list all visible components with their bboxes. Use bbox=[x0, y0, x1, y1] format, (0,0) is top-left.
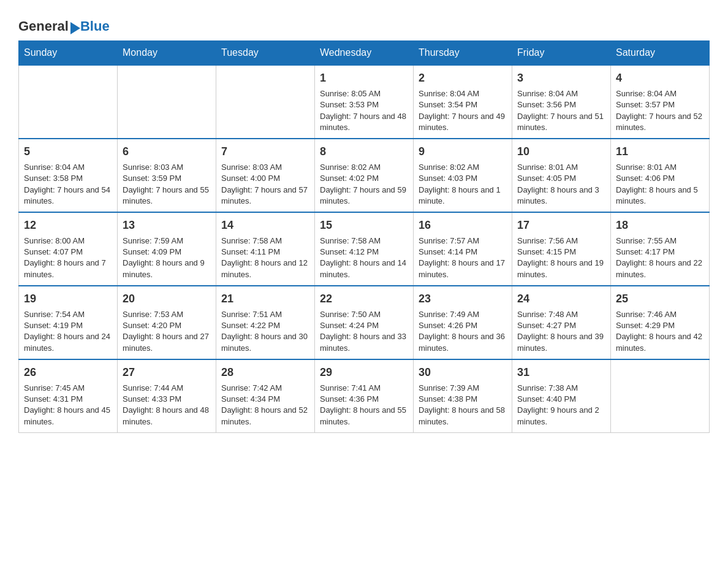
calendar-day-cell: 30Sunrise: 7:39 AM Sunset: 4:38 PM Dayli… bbox=[414, 359, 512, 432]
day-info: Sunrise: 7:50 AM Sunset: 4:24 PM Dayligh… bbox=[320, 309, 408, 354]
day-info: Sunrise: 7:44 AM Sunset: 4:33 PM Dayligh… bbox=[123, 383, 211, 427]
weekday-header-wednesday: Wednesday bbox=[315, 41, 414, 66]
calendar-week-row: 12Sunrise: 8:00 AM Sunset: 4:07 PM Dayli… bbox=[19, 212, 710, 286]
day-info: Sunrise: 7:51 AM Sunset: 4:22 PM Dayligh… bbox=[221, 309, 309, 354]
calendar-day-cell: 28Sunrise: 7:42 AM Sunset: 4:34 PM Dayli… bbox=[216, 359, 315, 432]
weekday-header-row: SundayMondayTuesdayWednesdayThursdayFrid… bbox=[19, 41, 710, 66]
calendar-week-row: 1Sunrise: 8:05 AM Sunset: 3:53 PM Daylig… bbox=[19, 65, 710, 139]
calendar-day-cell bbox=[611, 359, 710, 432]
day-number: 10 bbox=[517, 144, 605, 159]
day-number: 12 bbox=[24, 218, 112, 233]
day-info: Sunrise: 8:04 AM Sunset: 3:57 PM Dayligh… bbox=[616, 88, 704, 133]
day-number: 15 bbox=[320, 218, 408, 233]
day-number: 26 bbox=[24, 365, 112, 380]
calendar-day-cell: 8Sunrise: 8:02 AM Sunset: 4:02 PM Daylig… bbox=[315, 139, 414, 212]
day-number: 7 bbox=[221, 144, 309, 159]
day-number: 2 bbox=[419, 71, 507, 86]
calendar-day-cell: 12Sunrise: 8:00 AM Sunset: 4:07 PM Dayli… bbox=[19, 212, 118, 286]
day-number: 6 bbox=[123, 144, 211, 159]
day-info: Sunrise: 7:54 AM Sunset: 4:19 PM Dayligh… bbox=[24, 309, 112, 354]
calendar-day-cell: 16Sunrise: 7:57 AM Sunset: 4:14 PM Dayli… bbox=[414, 212, 512, 286]
day-number: 4 bbox=[616, 71, 704, 86]
day-number: 30 bbox=[419, 365, 507, 380]
day-info: Sunrise: 8:01 AM Sunset: 4:05 PM Dayligh… bbox=[517, 162, 605, 207]
day-info: Sunrise: 8:03 AM Sunset: 3:59 PM Dayligh… bbox=[123, 162, 211, 207]
calendar-day-cell bbox=[118, 65, 216, 139]
calendar-week-row: 5Sunrise: 8:04 AM Sunset: 3:58 PM Daylig… bbox=[19, 139, 710, 212]
calendar-day-cell: 14Sunrise: 7:58 AM Sunset: 4:11 PM Dayli… bbox=[216, 212, 315, 286]
day-number: 21 bbox=[221, 291, 309, 307]
day-number: 16 bbox=[419, 218, 507, 233]
calendar-day-cell: 4Sunrise: 8:04 AM Sunset: 3:57 PM Daylig… bbox=[611, 65, 710, 139]
day-number: 5 bbox=[24, 144, 112, 159]
day-info: Sunrise: 8:01 AM Sunset: 4:06 PM Dayligh… bbox=[616, 162, 704, 207]
day-info: Sunrise: 7:49 AM Sunset: 4:26 PM Dayligh… bbox=[419, 309, 507, 354]
day-number: 20 bbox=[123, 291, 211, 307]
day-info: Sunrise: 8:04 AM Sunset: 3:58 PM Dayligh… bbox=[24, 162, 112, 207]
calendar-day-cell: 11Sunrise: 8:01 AM Sunset: 4:06 PM Dayli… bbox=[611, 139, 710, 212]
day-info: Sunrise: 8:00 AM Sunset: 4:07 PM Dayligh… bbox=[24, 236, 112, 280]
day-number: 9 bbox=[419, 144, 507, 159]
day-number: 14 bbox=[221, 218, 309, 233]
calendar-day-cell: 6Sunrise: 8:03 AM Sunset: 3:59 PM Daylig… bbox=[118, 139, 216, 212]
page-header: General Blue bbox=[18, 12, 710, 34]
calendar-day-cell: 13Sunrise: 7:59 AM Sunset: 4:09 PM Dayli… bbox=[118, 212, 216, 286]
day-info: Sunrise: 8:02 AM Sunset: 4:03 PM Dayligh… bbox=[419, 162, 507, 207]
day-info: Sunrise: 7:38 AM Sunset: 4:40 PM Dayligh… bbox=[517, 383, 605, 427]
day-info: Sunrise: 7:53 AM Sunset: 4:20 PM Dayligh… bbox=[123, 309, 211, 354]
day-info: Sunrise: 7:55 AM Sunset: 4:17 PM Dayligh… bbox=[616, 236, 704, 280]
day-number: 19 bbox=[24, 291, 112, 307]
calendar-day-cell bbox=[19, 65, 118, 139]
day-info: Sunrise: 7:46 AM Sunset: 4:29 PM Dayligh… bbox=[616, 309, 704, 354]
day-info: Sunrise: 7:45 AM Sunset: 4:31 PM Dayligh… bbox=[24, 383, 112, 427]
calendar-day-cell: 7Sunrise: 8:03 AM Sunset: 4:00 PM Daylig… bbox=[216, 139, 315, 212]
day-info: Sunrise: 7:48 AM Sunset: 4:27 PM Dayligh… bbox=[517, 309, 605, 354]
calendar-day-cell: 29Sunrise: 7:41 AM Sunset: 4:36 PM Dayli… bbox=[315, 359, 414, 432]
weekday-header-monday: Monday bbox=[118, 41, 216, 66]
day-number: 28 bbox=[221, 365, 309, 380]
weekday-header-tuesday: Tuesday bbox=[216, 41, 315, 66]
calendar-day-cell: 22Sunrise: 7:50 AM Sunset: 4:24 PM Dayli… bbox=[315, 286, 414, 359]
calendar-day-cell: 10Sunrise: 8:01 AM Sunset: 4:05 PM Dayli… bbox=[512, 139, 611, 212]
day-number: 1 bbox=[320, 71, 408, 86]
day-info: Sunrise: 7:39 AM Sunset: 4:38 PM Dayligh… bbox=[419, 383, 507, 427]
calendar-day-cell: 18Sunrise: 7:55 AM Sunset: 4:17 PM Dayli… bbox=[611, 212, 710, 286]
day-info: Sunrise: 8:04 AM Sunset: 3:56 PM Dayligh… bbox=[517, 88, 605, 133]
day-number: 23 bbox=[419, 291, 507, 307]
calendar-day-cell: 9Sunrise: 8:02 AM Sunset: 4:03 PM Daylig… bbox=[414, 139, 512, 212]
weekday-header-thursday: Thursday bbox=[414, 41, 512, 66]
calendar-week-row: 26Sunrise: 7:45 AM Sunset: 4:31 PM Dayli… bbox=[19, 359, 710, 432]
logo-general-text: General bbox=[18, 18, 69, 34]
calendar-day-cell: 1Sunrise: 8:05 AM Sunset: 3:53 PM Daylig… bbox=[315, 65, 414, 139]
calendar-day-cell: 24Sunrise: 7:48 AM Sunset: 4:27 PM Dayli… bbox=[512, 286, 611, 359]
day-info: Sunrise: 7:59 AM Sunset: 4:09 PM Dayligh… bbox=[123, 236, 211, 280]
day-info: Sunrise: 8:03 AM Sunset: 4:00 PM Dayligh… bbox=[221, 162, 309, 207]
calendar-day-cell bbox=[216, 65, 315, 139]
weekday-header-sunday: Sunday bbox=[19, 41, 118, 66]
calendar-day-cell: 21Sunrise: 7:51 AM Sunset: 4:22 PM Dayli… bbox=[216, 286, 315, 359]
weekday-header-friday: Friday bbox=[512, 41, 611, 66]
calendar-table: SundayMondayTuesdayWednesdayThursdayFrid… bbox=[18, 40, 710, 433]
calendar-day-cell: 23Sunrise: 7:49 AM Sunset: 4:26 PM Dayli… bbox=[414, 286, 512, 359]
calendar-day-cell: 20Sunrise: 7:53 AM Sunset: 4:20 PM Dayli… bbox=[118, 286, 216, 359]
weekday-header-saturday: Saturday bbox=[611, 41, 710, 66]
day-info: Sunrise: 7:57 AM Sunset: 4:14 PM Dayligh… bbox=[419, 236, 507, 280]
day-number: 3 bbox=[517, 71, 605, 86]
day-info: Sunrise: 8:04 AM Sunset: 3:54 PM Dayligh… bbox=[419, 88, 507, 133]
logo: General Blue bbox=[18, 18, 110, 34]
calendar-day-cell: 25Sunrise: 7:46 AM Sunset: 4:29 PM Dayli… bbox=[611, 286, 710, 359]
calendar-day-cell: 19Sunrise: 7:54 AM Sunset: 4:19 PM Dayli… bbox=[19, 286, 118, 359]
day-number: 8 bbox=[320, 144, 408, 159]
day-info: Sunrise: 7:41 AM Sunset: 4:36 PM Dayligh… bbox=[320, 383, 408, 427]
day-info: Sunrise: 8:05 AM Sunset: 3:53 PM Dayligh… bbox=[320, 88, 408, 133]
calendar-day-cell: 2Sunrise: 8:04 AM Sunset: 3:54 PM Daylig… bbox=[414, 65, 512, 139]
calendar-day-cell: 26Sunrise: 7:45 AM Sunset: 4:31 PM Dayli… bbox=[19, 359, 118, 432]
svg-marker-0 bbox=[70, 22, 80, 34]
day-number: 17 bbox=[517, 218, 605, 233]
day-number: 13 bbox=[123, 218, 211, 233]
logo-blue-text: Blue bbox=[80, 18, 110, 34]
calendar-day-cell: 27Sunrise: 7:44 AM Sunset: 4:33 PM Dayli… bbox=[118, 359, 216, 432]
day-number: 25 bbox=[616, 291, 704, 307]
day-number: 22 bbox=[320, 291, 408, 307]
day-info: Sunrise: 7:42 AM Sunset: 4:34 PM Dayligh… bbox=[221, 383, 309, 427]
